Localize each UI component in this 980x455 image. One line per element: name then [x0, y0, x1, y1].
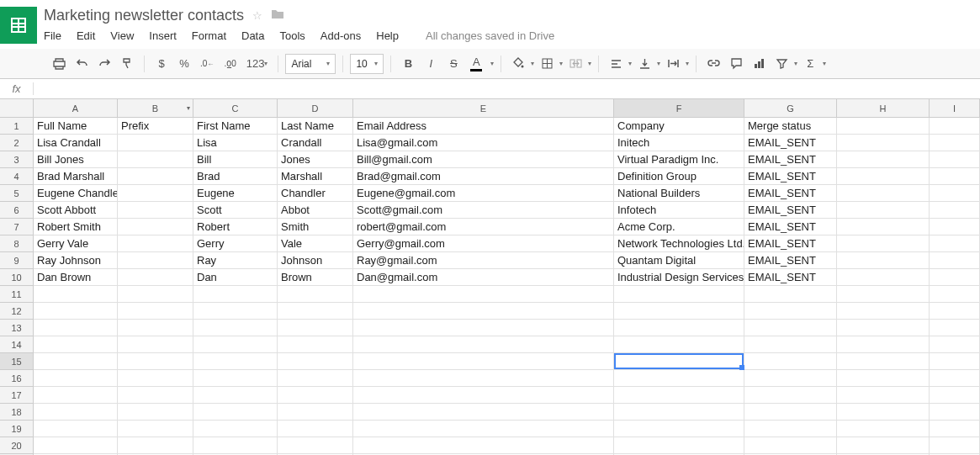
- merge-cells-button[interactable]: [565, 53, 585, 75]
- cell[interactable]: Network Technologies Ltd.: [614, 235, 744, 252]
- cell[interactable]: [614, 286, 744, 303]
- strikethrough-button[interactable]: S: [443, 53, 464, 75]
- cell[interactable]: [278, 336, 353, 353]
- cell[interactable]: Jones: [278, 151, 353, 168]
- cell[interactable]: [118, 336, 193, 353]
- cell[interactable]: Smith: [278, 219, 353, 235]
- cell[interactable]: [930, 387, 980, 404]
- row-header-18[interactable]: 18: [0, 404, 34, 421]
- cell[interactable]: [614, 404, 744, 421]
- cell[interactable]: [930, 269, 980, 286]
- cell[interactable]: [614, 387, 744, 404]
- cell[interactable]: [930, 135, 980, 151]
- column-header-B[interactable]: B▾: [118, 99, 193, 118]
- row-header-13[interactable]: 13: [0, 320, 34, 336]
- row-header-8[interactable]: 8: [0, 235, 34, 252]
- cell[interactable]: Marshall: [278, 168, 353, 185]
- more-formats[interactable]: 123 ▾: [243, 53, 272, 75]
- cell[interactable]: Gerry Vale: [34, 235, 118, 252]
- cell[interactable]: Brown: [278, 269, 353, 286]
- cell[interactable]: [118, 353, 193, 370]
- cell[interactable]: [744, 303, 837, 320]
- cell[interactable]: Last Name: [278, 118, 353, 135]
- cell[interactable]: [353, 421, 614, 437]
- cell[interactable]: [278, 404, 353, 421]
- cell[interactable]: Scott: [193, 202, 278, 219]
- cell[interactable]: [278, 370, 353, 387]
- cell[interactable]: Definition Group: [614, 168, 744, 185]
- cell[interactable]: [930, 370, 980, 387]
- format-percent[interactable]: %: [174, 53, 194, 75]
- cell[interactable]: Bill@gmail.com: [353, 151, 614, 168]
- cell[interactable]: [837, 151, 930, 168]
- row-header-12[interactable]: 12: [0, 303, 34, 320]
- cell[interactable]: [930, 202, 980, 219]
- cell[interactable]: [837, 370, 930, 387]
- cell[interactable]: [614, 370, 744, 387]
- row-header-15[interactable]: 15: [0, 353, 34, 370]
- cell[interactable]: [193, 353, 278, 370]
- cell[interactable]: [353, 404, 614, 421]
- cell[interactable]: [278, 387, 353, 404]
- menu-data[interactable]: Data: [241, 29, 264, 42]
- cell[interactable]: EMAIL_SENT: [744, 219, 837, 235]
- menu-view[interactable]: View: [110, 29, 134, 42]
- menu-help[interactable]: Help: [376, 29, 399, 42]
- menu-insert[interactable]: Insert: [149, 29, 177, 42]
- cell[interactable]: Quantam Digital: [614, 252, 744, 269]
- insert-comment-icon[interactable]: [726, 53, 746, 75]
- cell[interactable]: [118, 303, 193, 320]
- menu-addons[interactable]: Add-ons: [320, 29, 361, 42]
- cell[interactable]: [34, 353, 118, 370]
- column-header-I[interactable]: I: [930, 99, 980, 118]
- cell[interactable]: Robert: [193, 219, 278, 235]
- cell[interactable]: [837, 437, 930, 454]
- cell[interactable]: [118, 151, 193, 168]
- cell[interactable]: [837, 252, 930, 269]
- cell[interactable]: [837, 185, 930, 202]
- menu-file[interactable]: File: [44, 29, 61, 42]
- column-header-H[interactable]: H: [837, 99, 930, 118]
- cell[interactable]: [837, 286, 930, 303]
- cell[interactable]: Merge status: [744, 118, 837, 135]
- cell[interactable]: [118, 202, 193, 219]
- cell[interactable]: [744, 370, 837, 387]
- row-header-14[interactable]: 14: [0, 336, 34, 353]
- menu-edit[interactable]: Edit: [77, 29, 95, 42]
- cell[interactable]: [614, 320, 744, 336]
- cell[interactable]: [930, 185, 980, 202]
- cell[interactable]: [278, 303, 353, 320]
- row-header-5[interactable]: 5: [0, 185, 34, 202]
- cell[interactable]: [614, 336, 744, 353]
- row-header-4[interactable]: 4: [0, 168, 34, 185]
- cell[interactable]: [837, 303, 930, 320]
- cell[interactable]: Acme Corp.: [614, 219, 744, 235]
- cell[interactable]: [118, 437, 193, 454]
- cell[interactable]: [193, 404, 278, 421]
- cell[interactable]: [744, 320, 837, 336]
- column-header-C[interactable]: C: [193, 99, 278, 118]
- increase-decimal[interactable]: .0̲0: [220, 53, 241, 75]
- row-header-17[interactable]: 17: [0, 387, 34, 404]
- row-header-7[interactable]: 7: [0, 219, 34, 235]
- cell[interactable]: Bill: [193, 151, 278, 168]
- cell[interactable]: [930, 219, 980, 235]
- cell[interactable]: Dan@gmail.com: [353, 269, 614, 286]
- cell[interactable]: [118, 168, 193, 185]
- cell[interactable]: [837, 421, 930, 437]
- cell[interactable]: [744, 387, 837, 404]
- cell[interactable]: [614, 353, 744, 370]
- cell[interactable]: [930, 252, 980, 269]
- cell[interactable]: [193, 387, 278, 404]
- cell[interactable]: Gerry@gmail.com: [353, 235, 614, 252]
- cell[interactable]: Ray@gmail.com: [353, 252, 614, 269]
- column-header-F[interactable]: F: [614, 99, 744, 118]
- cell[interactable]: [744, 404, 837, 421]
- italic-button[interactable]: I: [421, 53, 441, 75]
- cell[interactable]: EMAIL_SENT: [744, 168, 837, 185]
- cell[interactable]: [744, 286, 837, 303]
- cell[interactable]: EMAIL_SENT: [744, 235, 837, 252]
- cell[interactable]: [353, 353, 614, 370]
- cell[interactable]: [34, 303, 118, 320]
- cell[interactable]: Initech: [614, 135, 744, 151]
